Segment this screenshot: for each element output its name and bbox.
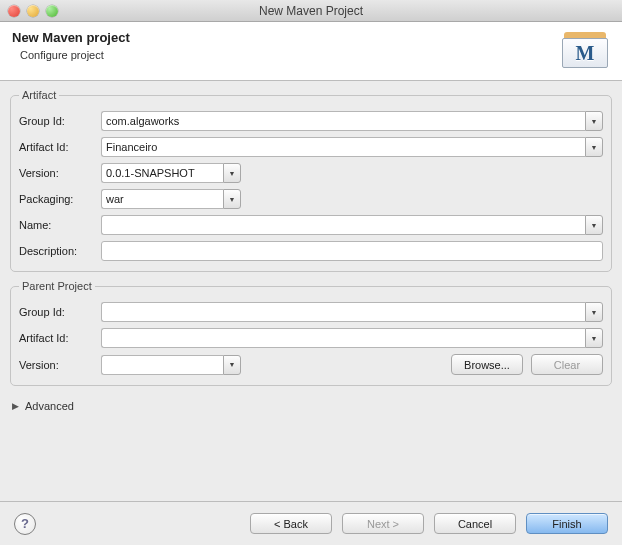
version-field[interactable]: ▼ [101,163,241,183]
artifact-id-input[interactable] [101,137,585,157]
group-id-dropdown-button[interactable]: ▼ [585,111,603,131]
name-dropdown-button[interactable]: ▼ [585,215,603,235]
parent-artifact-id-field[interactable]: ▼ [101,328,603,348]
chevron-down-icon: ▼ [591,335,598,342]
label-group-id: Group Id: [19,115,95,127]
parent-legend: Parent Project [19,280,95,292]
window-controls [8,5,58,17]
back-button[interactable]: < Back [250,513,332,534]
next-button[interactable]: Next > [342,513,424,534]
page-title: New Maven project [12,30,130,45]
label-version: Version: [19,167,95,179]
chevron-down-icon: ▼ [591,222,598,229]
chevron-down-icon: ▼ [591,118,598,125]
chevron-down-icon: ▼ [229,196,236,203]
group-id-input[interactable] [101,111,585,131]
parent-version-input[interactable] [101,355,223,375]
artifact-legend: Artifact [19,89,59,101]
packaging-field[interactable]: ▼ [101,189,241,209]
label-parent-version: Version: [19,359,95,371]
close-window-button[interactable] [8,5,20,17]
advanced-expander[interactable]: ▶ Advanced [10,394,612,418]
parent-group-id-field[interactable]: ▼ [101,302,603,322]
browse-button[interactable]: Browse... [451,354,523,375]
window-titlebar: New Maven Project [0,0,622,22]
page-subtitle: Configure project [20,49,130,61]
label-packaging: Packaging: [19,193,95,205]
packaging-input[interactable] [101,189,223,209]
help-button[interactable]: ? [14,513,36,535]
chevron-down-icon: ▼ [591,144,598,151]
advanced-label: Advanced [25,400,74,412]
finish-button[interactable]: Finish [526,513,608,534]
artifact-id-field[interactable]: ▼ [101,137,603,157]
label-name: Name: [19,219,95,231]
label-description: Description: [19,245,95,257]
packaging-dropdown-button[interactable]: ▼ [223,189,241,209]
cancel-button[interactable]: Cancel [434,513,516,534]
parent-version-dropdown-button[interactable]: ▼ [223,355,241,375]
chevron-down-icon: ▼ [229,361,236,368]
parent-group-id-input[interactable] [101,302,585,322]
parent-artifact-id-input[interactable] [101,328,585,348]
maven-wizard-icon: M [562,30,610,70]
name-field[interactable]: ▼ [101,215,603,235]
parent-artifact-id-dropdown-button[interactable]: ▼ [585,328,603,348]
label-parent-artifact-id: Artifact Id: [19,332,95,344]
artifact-group: Artifact Group Id: ▼ Artifact Id: ▼ Vers… [10,89,612,272]
chevron-down-icon: ▼ [591,309,598,316]
minimize-window-button[interactable] [27,5,39,17]
parent-version-field[interactable]: ▼ [101,355,241,375]
version-input[interactable] [101,163,223,183]
window-title: New Maven Project [0,4,622,18]
description-input[interactable] [101,241,603,261]
clear-button[interactable]: Clear [531,354,603,375]
parent-group-id-dropdown-button[interactable]: ▼ [585,302,603,322]
version-dropdown-button[interactable]: ▼ [223,163,241,183]
parent-project-group: Parent Project Group Id: ▼ Artifact Id: … [10,280,612,386]
wizard-header: New Maven project Configure project M [0,22,622,81]
group-id-field[interactable]: ▼ [101,111,603,131]
zoom-window-button[interactable] [46,5,58,17]
chevron-down-icon: ▼ [229,170,236,177]
label-artifact-id: Artifact Id: [19,141,95,153]
label-parent-group-id: Group Id: [19,306,95,318]
disclosure-triangle-icon: ▶ [12,401,19,411]
name-input[interactable] [101,215,585,235]
wizard-body: Artifact Group Id: ▼ Artifact Id: ▼ Vers… [0,81,622,418]
wizard-footer: ? < Back Next > Cancel Finish [0,501,622,545]
artifact-id-dropdown-button[interactable]: ▼ [585,137,603,157]
